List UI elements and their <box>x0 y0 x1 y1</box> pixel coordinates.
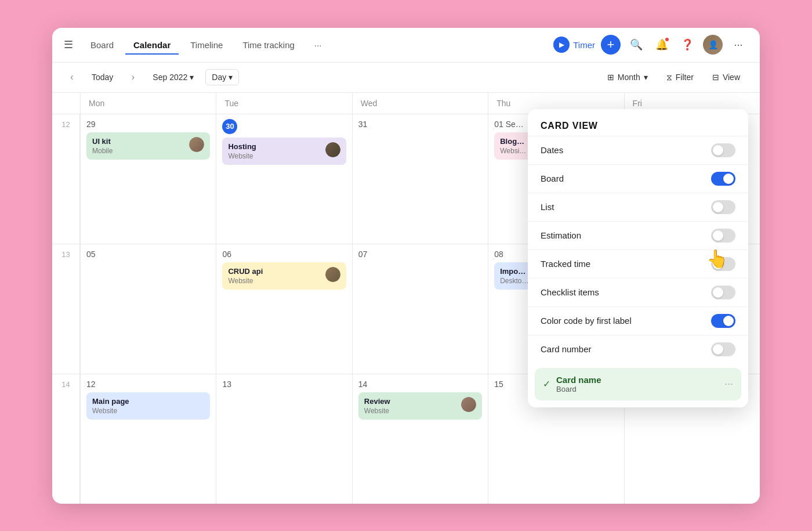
date-picker[interactable]: Sep 2022 ▾ <box>146 70 201 85</box>
board-toggle[interactable] <box>711 172 735 186</box>
card-main-page[interactable]: Main page Website <box>86 392 210 420</box>
notification-badge <box>664 37 670 42</box>
card-title-crud: CRUD api <box>228 267 321 276</box>
add-button[interactable]: + <box>601 35 621 55</box>
month-arrow-icon: ▾ <box>644 73 648 82</box>
cal-cell-wed-31[interactable]: 31 <box>352 114 488 244</box>
card-view-panel: CARD VIEW Dates Board List Estimation Tr… <box>528 109 748 407</box>
nav-calendar[interactable]: Calendar <box>125 35 179 55</box>
card-sub-crud: Website <box>228 277 321 285</box>
card-sub-review: Website <box>364 407 458 415</box>
filter-icon: ⧖ <box>666 73 672 82</box>
date-15: 15 <box>494 380 503 389</box>
card-avatar-hosting <box>325 142 340 157</box>
next-arrow[interactable]: › <box>125 69 141 85</box>
board-label: Board <box>541 174 711 183</box>
card-crud[interactable]: CRUD api Website <box>222 262 346 290</box>
panel-title: CARD VIEW <box>528 109 748 136</box>
month-button[interactable]: ⊞ Month ▾ <box>599 69 656 85</box>
date-08: 08 <box>494 250 503 259</box>
options-button[interactable]: ··· <box>728 35 748 55</box>
date-14: 14 <box>358 380 368 389</box>
date-30: 30 <box>222 119 237 134</box>
play-icon: ▶ <box>553 37 570 53</box>
search-button[interactable]: 🔍 <box>626 35 646 55</box>
card-avatar-review <box>461 397 476 412</box>
card-title-hosting: Hosting <box>228 142 321 151</box>
date-29: 29 <box>86 120 96 129</box>
avatar[interactable]: 👤 <box>703 35 723 55</box>
month-label: Month <box>618 73 640 82</box>
check-icon: ✓ <box>543 378 550 389</box>
sub-toolbar: ‹ Today › Sep 2022 ▾ Day ▾ ⊞ Month ▾ ⧖ F… <box>52 63 760 93</box>
date-06: 06 <box>222 250 231 259</box>
day-picker[interactable]: Day ▾ <box>205 69 239 85</box>
dates-toggle[interactable] <box>711 143 735 157</box>
estimation-label: Estimation <box>541 230 711 240</box>
hamburger-icon[interactable]: ☰ <box>64 38 73 51</box>
card-sub-hosting: Website <box>228 152 321 160</box>
cal-cell-tue-13[interactable]: 13 <box>216 374 351 504</box>
panel-row-board[interactable]: Board <box>528 164 748 193</box>
day-header-mon: Mon <box>80 93 216 114</box>
list-label: List <box>541 202 711 212</box>
nav-time-tracking[interactable]: Time tracking <box>234 35 302 55</box>
tracked-time-toggle[interactable] <box>711 257 735 271</box>
help-button[interactable]: ❓ <box>677 35 697 55</box>
list-toggle[interactable] <box>711 200 735 214</box>
estimation-toggle[interactable] <box>711 229 735 243</box>
cal-cell-wed-14[interactable]: 14 Review Website <box>352 374 488 504</box>
panel-row-tracked-time[interactable]: Tracked time <box>528 250 748 278</box>
week-num-12: 12 <box>52 114 80 244</box>
cal-cell-tue-06[interactable]: 06 CRUD api Website <box>216 244 351 374</box>
cal-cell-mon-12[interactable]: 12 Main page Website <box>80 374 216 504</box>
week-num-13: 13 <box>52 244 80 374</box>
timer-label: Timer <box>573 40 595 50</box>
date-31: 31 <box>358 120 368 129</box>
card-title-review: Review <box>364 397 458 406</box>
view-settings-icon: ⊟ <box>712 73 719 82</box>
cal-cell-mon-29[interactable]: 29 UI kit Mobile <box>80 114 216 244</box>
card-title-main-page: Main page <box>92 397 204 406</box>
notification-button[interactable]: 🔔 <box>652 35 672 55</box>
date-07: 07 <box>358 250 368 259</box>
view-arrow-icon: ▾ <box>229 73 233 82</box>
cal-cell-tue-30[interactable]: 30 Hosting Website <box>216 114 351 244</box>
checklist-toggle[interactable] <box>711 286 735 299</box>
view-button[interactable]: ⊟ View <box>704 69 748 85</box>
card-name-sub: Board <box>556 385 719 393</box>
day-header-tue: Tue <box>216 93 351 114</box>
cal-cell-mon-05[interactable]: 05 <box>80 244 216 374</box>
card-ui-kit[interactable]: UI kit Mobile <box>86 132 210 160</box>
dates-label: Dates <box>541 145 711 155</box>
current-date: Sep 2022 <box>153 73 187 82</box>
nav-more[interactable]: ··· <box>306 35 330 55</box>
nav-board[interactable]: Board <box>82 35 122 55</box>
card-name-more-icon[interactable]: ··· <box>724 378 733 390</box>
timer-button[interactable]: ▶ Timer <box>553 37 595 53</box>
card-title-ui-kit: UI kit <box>92 137 186 146</box>
tracked-time-label: Tracked time <box>541 259 711 269</box>
panel-row-estimation[interactable]: Estimation <box>528 221 748 250</box>
panel-row-color-code[interactable]: Color code by first label <box>528 306 748 335</box>
top-nav: ☰ Board Calendar Timeline Time tracking … <box>52 28 760 63</box>
panel-row-card-number[interactable]: Card number <box>528 335 748 363</box>
card-review[interactable]: Review Website <box>358 392 482 420</box>
card-sub-main-page: Website <box>92 407 204 415</box>
panel-row-list[interactable]: List <box>528 193 748 221</box>
prev-arrow[interactable]: ‹ <box>64 69 80 85</box>
color-code-label: Color code by first label <box>541 316 711 326</box>
day-header-wed: Wed <box>352 93 488 114</box>
cal-cell-wed-07[interactable]: 07 <box>352 244 488 374</box>
nav-timeline[interactable]: Timeline <box>182 35 231 55</box>
card-number-toggle[interactable] <box>711 342 735 356</box>
panel-row-dates[interactable]: Dates <box>528 136 748 164</box>
card-name-row[interactable]: ✓ Card name Board ··· <box>535 368 741 400</box>
card-number-label: Card number <box>541 344 711 354</box>
filter-button[interactable]: ⧖ Filter <box>658 69 702 86</box>
card-hosting[interactable]: Hosting Website <box>222 138 346 165</box>
color-code-toggle[interactable] <box>711 314 735 328</box>
date-12: 12 <box>86 380 96 389</box>
today-button[interactable]: Today <box>85 70 120 85</box>
panel-row-checklist[interactable]: Checklist items <box>528 278 748 306</box>
